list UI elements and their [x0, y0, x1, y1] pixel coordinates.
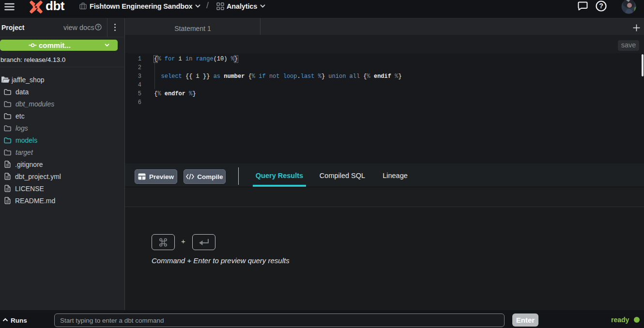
svg-text:?: ? — [599, 2, 603, 10]
svg-text:?: ? — [97, 25, 100, 30]
